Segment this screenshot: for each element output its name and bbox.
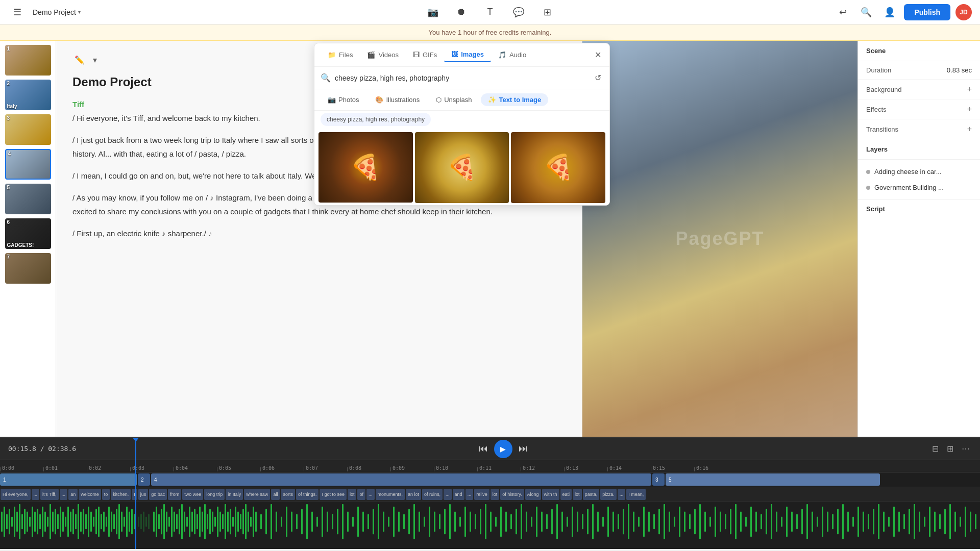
svg-rect-203 — [786, 507, 788, 537]
svg-rect-227 — [909, 509, 910, 534]
photos-icon: 📷 — [328, 96, 336, 104]
skip-back-button[interactable]: ⏮ — [477, 441, 490, 456]
svg-rect-153 — [531, 517, 532, 527]
speaker-name: Tiff — [72, 100, 84, 109]
timeline-icon-1[interactable]: ⊟ — [930, 442, 941, 456]
undo-icon-button[interactable]: ↩ — [834, 3, 852, 21]
clip-1[interactable]: 1 — [5, 45, 51, 76]
text-icon-button[interactable]: T — [481, 3, 499, 21]
svg-rect-20 — [50, 504, 51, 539]
sub-word-11: go bac — [149, 489, 167, 500]
publish-button[interactable]: Publish — [904, 4, 950, 20]
svg-rect-220 — [873, 509, 874, 534]
shapes-icon-button[interactable]: 💬 — [509, 3, 528, 21]
edit-pencil-button[interactable]: ✏️ — [72, 53, 87, 67]
svg-rect-100 — [260, 514, 262, 530]
script-section-header: Script — [858, 199, 980, 218]
image-result-2[interactable]: 🍕 — [415, 132, 509, 203]
layer-item-1[interactable]: Adding cheese in car... — [858, 164, 980, 180]
notification-text: You have 1 hour of free credits remainin… — [429, 29, 552, 36]
svg-rect-118 — [352, 517, 354, 527]
svg-rect-80 — [207, 514, 208, 530]
grid-icon-button[interactable]: ⊞ — [538, 3, 556, 21]
subtitle-row: Hi everyone, ... it's Tiff, ... an welco… — [0, 487, 980, 501]
duration-prop[interactable]: Duration 0.83 sec — [858, 61, 980, 80]
user-icon-button[interactable]: 👤 — [880, 3, 899, 21]
ruler-7: 0:07 — [304, 465, 347, 471]
ruler-11: 0:11 — [477, 465, 521, 471]
ruler-0: 0:00 — [0, 465, 43, 471]
svg-rect-211 — [827, 512, 828, 532]
svg-rect-222 — [883, 512, 885, 532]
timeline-clip-5[interactable]: 5 — [666, 473, 880, 486]
svg-rect-58 — [148, 514, 150, 530]
play-pause-button[interactable]: ▶ — [494, 440, 512, 458]
clip-num-5: 5 — [7, 185, 10, 190]
duration-label: Duration — [866, 66, 891, 74]
search-icon-button[interactable]: 🔍 — [857, 3, 875, 21]
tab-gifs[interactable]: 🎞 GIFs — [406, 47, 444, 62]
timeline-clip-4[interactable]: 3 — [652, 473, 665, 486]
layer-dot-1 — [866, 170, 870, 174]
effects-prop[interactable]: Effects + — [858, 99, 980, 119]
tab-videos[interactable]: 🎬 Videos — [360, 47, 406, 62]
waveform-row — [0, 501, 980, 542]
timeline-clip-3[interactable]: 4 — [151, 473, 651, 486]
sub-word-13: two wee — [182, 489, 203, 500]
svg-rect-121 — [368, 514, 369, 530]
timeline-clip-1[interactable]: 1 — [0, 473, 137, 486]
filter-text-to-image[interactable]: ✨ Text to Image — [481, 93, 548, 106]
clip-2[interactable]: 2 Italy — [5, 80, 51, 110]
svg-rect-44 — [111, 512, 112, 532]
skip-forward-button[interactable]: ⏭ — [517, 441, 530, 456]
svg-rect-224 — [893, 507, 895, 537]
clip-label-2: Italy — [7, 104, 17, 109]
svg-rect-96 — [248, 512, 249, 532]
picker-close-button[interactable]: ✕ — [593, 48, 603, 62]
camera-icon-button[interactable]: 📷 — [424, 3, 442, 21]
timeline-icon-2[interactable]: ⊞ — [945, 442, 955, 456]
filter-unsplash[interactable]: ⬡ Unsplash — [429, 93, 479, 106]
svg-rect-69 — [179, 509, 180, 534]
svg-rect-179 — [664, 504, 665, 539]
svg-rect-226 — [903, 514, 905, 530]
edit-dropdown-button[interactable]: ▾ — [91, 53, 99, 67]
preview-panel: PageGPT — [582, 41, 857, 437]
svg-rect-125 — [388, 517, 389, 527]
svg-rect-232 — [934, 512, 936, 532]
tab-audio[interactable]: 🎵 Audio — [491, 47, 533, 62]
image-result-3[interactable]: 🍕 — [511, 132, 605, 203]
svg-rect-139 — [459, 517, 461, 527]
clip-4[interactable]: 4 — [5, 149, 51, 180]
picker-search-input[interactable] — [335, 74, 589, 82]
transitions-prop[interactable]: Transitions + — [858, 119, 980, 139]
clip-7[interactable]: 7 — [5, 253, 51, 284]
tab-files[interactable]: 📁 Files — [321, 47, 360, 62]
timeline-clip-2[interactable]: 2 — [138, 473, 150, 486]
play-controls: ⏮ ▶ ⏭ — [477, 440, 530, 458]
timeline-icon-3[interactable]: ⋯ — [960, 442, 972, 456]
svg-rect-71 — [184, 512, 185, 532]
clip-3[interactable]: 3 — [5, 114, 51, 145]
tab-images[interactable]: 🖼 Images — [444, 47, 491, 62]
svg-rect-164 — [587, 509, 589, 534]
background-prop[interactable]: Background + — [858, 80, 980, 99]
image-result-1[interactable]: 🍕 — [318, 132, 413, 203]
clip-6[interactable]: 6 GADGETS! — [5, 218, 51, 249]
menu-button[interactable]: ☰ — [8, 3, 27, 21]
svg-rect-35 — [88, 507, 89, 537]
filter-photos[interactable]: 📷 Photos — [321, 93, 366, 106]
svg-rect-45 — [113, 514, 115, 530]
svg-rect-165 — [592, 504, 594, 539]
svg-rect-217 — [857, 507, 859, 537]
record-icon-button[interactable]: ⏺ — [452, 3, 471, 21]
sub-word-8: kitchen. — [111, 489, 131, 500]
sub-word-27: ... — [444, 489, 452, 500]
filter-illustrations[interactable]: 🎨 Illustrations — [368, 93, 427, 106]
layer-item-2[interactable]: Government Building ... — [858, 180, 980, 195]
search-refresh-button[interactable]: ↺ — [593, 71, 603, 85]
svg-rect-177 — [653, 514, 655, 530]
svg-rect-134 — [434, 512, 435, 532]
svg-rect-140 — [464, 507, 466, 537]
clip-5[interactable]: 5 — [5, 184, 51, 214]
